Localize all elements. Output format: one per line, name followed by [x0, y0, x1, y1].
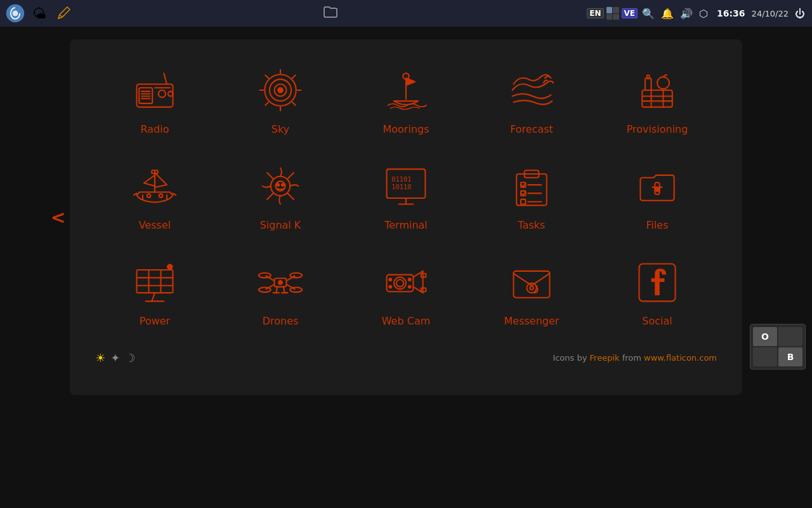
svg-point-12 [168, 91, 173, 97]
nav-back-button[interactable]: < [51, 207, 65, 228]
svg-point-77 [259, 273, 271, 278]
vessel-icon [129, 161, 180, 211]
signalk-icon [255, 161, 306, 211]
volume-icon[interactable]: 🔊 [678, 8, 695, 20]
terminal-icon: 01101 10110 [381, 161, 431, 211]
terminal-app-item[interactable]: 01101 10110 Terminal [346, 154, 466, 237]
search-icon[interactable]: 🔍 [640, 8, 657, 20]
svg-point-1 [13, 11, 18, 17]
social-label: Social [642, 315, 672, 327]
tasks-app-item[interactable]: Tasks [472, 154, 591, 237]
svg-point-37 [657, 77, 669, 89]
webcam-app-item[interactable]: Web Cam [346, 250, 466, 333]
messenger-app-item[interactable]: Messenger [472, 250, 591, 333]
webcam-label: Web Cam [382, 315, 431, 327]
svg-point-26 [278, 88, 283, 93]
tasks-icon [506, 161, 557, 211]
svg-marker-2 [58, 7, 70, 18]
messenger-icon [506, 257, 557, 307]
svg-line-24 [265, 102, 268, 105]
forecast-app-item[interactable]: Forecast [472, 58, 591, 142]
pencil-applet[interactable] [53, 3, 74, 23]
svg-point-80 [290, 288, 302, 293]
workspace-switcher[interactable] [606, 7, 619, 20]
svg-point-11 [159, 90, 166, 97]
terminal-label: Terminal [384, 219, 428, 231]
svg-rect-36 [647, 75, 650, 79]
weather-icon: 🌤 [32, 6, 46, 22]
svg-point-44 [147, 194, 151, 197]
brightness-controls: ☀ ✦ ☽ [95, 351, 135, 364]
tasks-label: Tasks [518, 219, 546, 231]
power-label: Power [140, 315, 170, 327]
svg-rect-30 [642, 90, 672, 107]
svg-point-49 [282, 184, 284, 186]
forecast-label: Forecast [510, 123, 553, 135]
svg-line-69 [152, 293, 155, 301]
svg-point-94 [389, 278, 391, 281]
webcam-icon [381, 257, 431, 307]
svg-point-100 [530, 286, 534, 290]
power-button[interactable]: ⏻ [793, 8, 807, 20]
sun-bright-icon[interactable]: ☀ [95, 351, 105, 364]
vessel-label: Vessel [139, 219, 171, 231]
ob-widget[interactable]: O B [750, 324, 806, 370]
freepik-link[interactable]: Freepik [590, 353, 620, 363]
svg-point-96 [409, 278, 411, 281]
social-icon [632, 257, 683, 307]
sky-app-item[interactable]: Sky [221, 58, 340, 142]
notification-icon[interactable]: 🔔 [659, 8, 676, 20]
svg-point-63 [655, 188, 659, 192]
files-icon [632, 161, 683, 211]
svg-point-88 [396, 279, 403, 286]
svg-rect-64 [137, 270, 173, 293]
app-panel: < [70, 39, 742, 395]
sky-icon [255, 65, 306, 116]
provisioning-label: Provisioning [627, 123, 688, 135]
signalk-label: Signal K [260, 219, 301, 231]
radio-app-item[interactable]: Radio [95, 58, 214, 142]
signalk-app-item[interactable]: Signal K [221, 154, 340, 237]
sky-label: Sky [272, 123, 289, 135]
date: 24/10/22 [750, 9, 790, 18]
svg-point-48 [277, 184, 279, 186]
bluetooth-icon[interactable]: ⬡ [697, 8, 710, 20]
moon-icon[interactable]: ☽ [125, 351, 135, 364]
power-icon [129, 257, 180, 307]
svg-line-83 [284, 287, 285, 293]
svg-line-82 [276, 287, 277, 293]
gnome-logo[interactable] [5, 3, 25, 23]
attribution: Icons by Freepik from www.flaticon.com [553, 353, 717, 363]
ob-cell-o[interactable]: O [753, 327, 777, 346]
weather-applet[interactable]: 🌤 [29, 3, 49, 23]
svg-line-3 [60, 15, 62, 17]
forecast-icon [506, 65, 557, 116]
moorings-app-item[interactable]: Moorings [346, 58, 466, 142]
lang-indicator[interactable]: EN [587, 8, 603, 18]
panel-footer: ☀ ✦ ☽ Icons by Freepik from www.flaticon… [95, 346, 717, 364]
social-app-item[interactable]: Social [598, 250, 717, 333]
files-label: Files [646, 219, 668, 231]
svg-text:01101: 01101 [391, 175, 411, 183]
ob-cell-empty2 [753, 347, 777, 366]
svg-point-71 [167, 264, 173, 271]
attribution-text: Icons by [553, 353, 589, 363]
svg-text:10110: 10110 [391, 183, 411, 190]
provisioning-app-item[interactable]: Provisioning [598, 58, 717, 142]
svg-point-78 [290, 273, 302, 278]
radio-icon [129, 65, 180, 116]
power-app-item[interactable]: Power [95, 250, 214, 333]
svg-point-79 [259, 288, 271, 293]
drones-icon [255, 257, 306, 307]
messenger-label: Messenger [504, 315, 560, 327]
drones-app-item[interactable]: Drones [221, 250, 340, 333]
files-manager-button[interactable] [323, 4, 338, 22]
flaticon-link[interactable]: www.flaticon.com [644, 353, 717, 363]
ve-indicator[interactable]: VE [622, 8, 638, 18]
files-app-item[interactable]: Files [598, 154, 717, 237]
ob-cell-b[interactable]: B [778, 347, 802, 366]
svg-point-46 [271, 177, 290, 196]
svg-point-99 [527, 283, 536, 293]
sun-dim-icon[interactable]: ✦ [110, 351, 120, 364]
vessel-app-item[interactable]: Vessel [95, 154, 214, 237]
